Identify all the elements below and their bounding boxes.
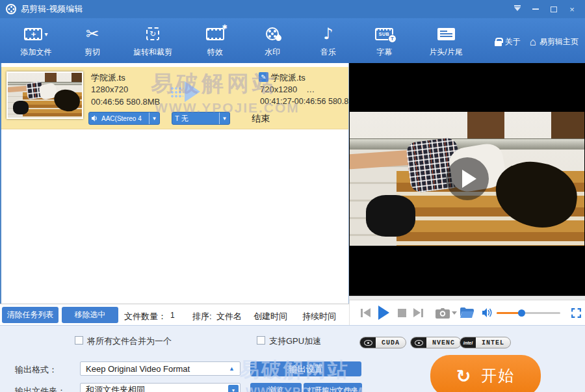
scissors-icon: ✂ [86,26,99,42]
output-format-label: 输出格式： [15,364,57,376]
rotate-crop-icon: ↻ [146,27,159,40]
toolbar-rotate-crop[interactable]: ↻ 旋转和裁剪 [118,22,188,58]
sort-label: 排序: [192,311,212,322]
toolbar-intro-outro[interactable]: 片头/片尾 [414,22,478,58]
seekbar[interactable] [349,296,585,300]
stop-icon [398,309,406,317]
maximize-button[interactable] [546,3,562,16]
about-link[interactable]: 关于 [495,36,521,47]
target-resolution: 720x1280… [260,85,315,94]
intel-logo-icon: intel [460,337,476,348]
intel-badge[interactable]: intel INTEL [460,337,511,348]
output-settings-panel: 将所有文件合并为一个 支持GPU加速 CUDA NVENC intel INTE… [0,325,585,392]
play-triangle-icon [378,306,389,320]
app-window: 易剪辑-视频编辑 × +▾ 添加文件 ✂ 剪切 ↻ 旋转和裁剪 ✱ 特效 水印 [0,0,585,392]
toolbar-effects[interactable]: ✱ 特效 [188,22,242,58]
sort-option-created-time[interactable]: 创建时间 [254,311,287,322]
tray-menu-button[interactable] [510,3,525,16]
video-frame [350,112,584,246]
transform-arrow-icon [185,81,200,102]
chevron-down-icon: ▼ [228,385,239,392]
chevron-down-icon: ▼ [149,112,159,124]
chevron-down-icon: ▾ [44,31,47,38]
cuda-badge[interactable]: CUDA [359,337,406,348]
output-folder-dropdown[interactable]: 和源文件夹相同 ▼ [80,383,240,392]
effects-icon: ✱ [206,28,224,40]
open-output-folder-button[interactable]: 打开输出文件夹 [304,383,362,392]
volume-slider[interactable] [497,312,560,314]
output-folder-label: 输出文件夹： [15,385,66,392]
watermark-icon [266,27,279,40]
file-list-panel: 学院派.ts 1280x720 00:46:56 580.8MB ✎ 学院派.t… [0,63,349,304]
thumbnail-scene [8,73,82,118]
folder-icon [460,307,474,318]
merge-checkbox[interactable] [75,336,83,345]
play-icon [462,170,476,188]
output-settings-button[interactable]: 输出设置 [250,361,361,376]
more-button[interactable]: … [306,85,315,94]
transform-arrow-dots [170,86,183,98]
gpu-checkbox[interactable] [257,336,265,345]
source-file-name: 学院派.ts [91,72,125,84]
maximize-icon [551,7,557,12]
fullscreen-button[interactable] [571,300,582,325]
app-logo-icon [6,4,16,14]
tray-caret-icon [514,7,521,11]
home-icon: ⌂ [530,36,536,47]
sort-option-filename[interactable]: 文件名 [216,311,242,322]
gpu-label: 支持GPU加速 [269,335,321,347]
mute-button[interactable] [482,300,493,325]
camera-icon [436,307,450,319]
file-count-value: 1 [170,311,175,320]
remove-selected-button[interactable]: 移除选中 [62,307,118,323]
toolbar-add-files[interactable]: +▾ 添加文件 [5,22,67,58]
target-file-name: 学院派.ts [271,72,306,84]
toolbar-music[interactable]: ♪ 音乐 [302,22,354,58]
toolbar-subtitles[interactable]: SUBT 字幕 [354,22,414,58]
play-button[interactable] [378,300,389,325]
next-bar-icon [421,309,423,317]
home-link[interactable]: ⌂易剪辑主页 [530,36,578,47]
chevron-up-icon: ▲ [229,365,235,372]
open-snapshot-folder-button[interactable] [460,300,474,325]
window-title: 易剪辑-视频编辑 [21,3,83,15]
next-frame-button[interactable] [413,300,423,325]
speaker-icon [92,115,99,122]
snapshot-caret-icon [452,311,457,315]
minimize-button[interactable] [528,3,543,16]
audio-track-dropdown[interactable]: AAC(Stereo 4 ▼ [88,112,160,125]
toolbar-watermark[interactable]: 水印 [242,22,302,58]
end-status-label: 结束 [252,113,270,125]
prev-frame-button[interactable] [361,300,370,325]
next-triangle-icon [413,308,421,317]
window-controls: × [510,3,580,16]
video-preview-panel [349,63,585,296]
snapshot-button[interactable] [436,300,457,325]
source-duration-size: 00:46:56 580.8MB [91,97,160,107]
player-controls [349,300,585,325]
sort-option-duration[interactable]: 持续时间 [302,311,336,322]
nvenc-badge[interactable]: NVENC [410,337,462,348]
play-overlay-button[interactable] [446,157,489,200]
list-footer: 清除任务列表 移除选中 文件数量： 1 排序: 文件名 创建时间 持续时间 [0,304,349,325]
nvidia-logo-icon [411,337,426,348]
close-button[interactable]: × [564,3,580,16]
minimize-icon [532,8,539,10]
target-range-size: 00:41:27-00:46:56 580.8MB [260,97,361,106]
titlebar: 易剪辑-视频编辑 × [0,0,585,18]
source-resolution: 1280x720 [91,85,128,94]
fullscreen-icon [571,307,582,319]
browse-button[interactable]: 浏览 [250,383,302,392]
volume-thumb[interactable] [518,309,525,317]
start-button[interactable]: ↻ 开始 [430,355,541,392]
intro-outro-icon [437,28,455,40]
toolbar: +▾ 添加文件 ✂ 剪切 ↻ 旋转和裁剪 ✱ 特效 水印 ♪ 音乐 SUBT 字… [0,18,585,63]
subtitle-dropdown[interactable]: T 无 ▼ [172,112,230,125]
toolbar-right: 关于 ⌂易剪辑主页 [495,36,578,47]
toolbar-cut[interactable]: ✂ 剪切 [67,22,118,58]
clear-tasks-button[interactable]: 清除任务列表 [2,307,58,323]
file-row[interactable]: 学院派.ts 1280x720 00:46:56 580.8MB ✎ 学院派.t… [1,67,348,129]
stop-button[interactable] [398,300,406,325]
edit-icon[interactable]: ✎ [259,72,268,82]
output-format-dropdown[interactable]: Keep Original Video Format ▲ [80,361,240,376]
